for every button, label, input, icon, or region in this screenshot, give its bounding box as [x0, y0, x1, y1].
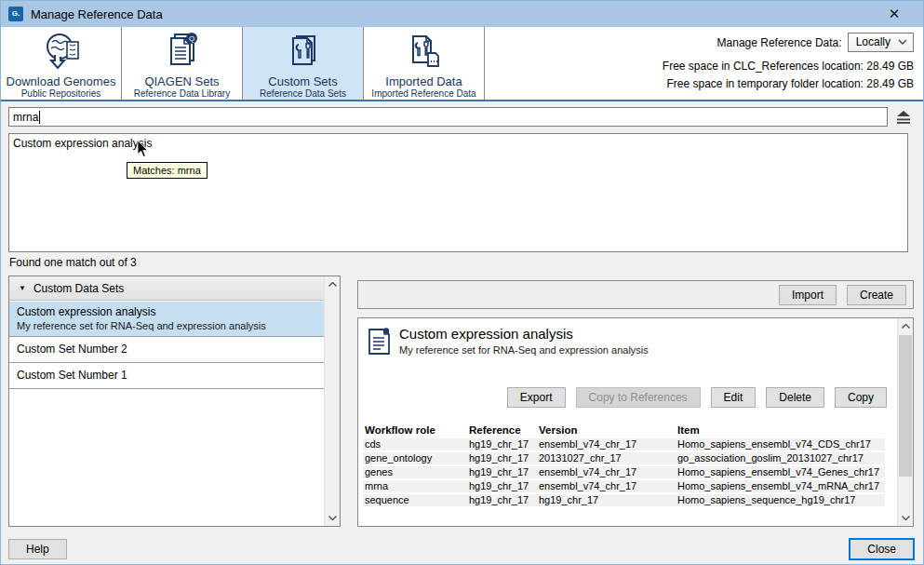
table-cell: Homo_sapiens_sequence_hg19_chr17	[676, 494, 885, 506]
import-button[interactable]: Import	[779, 285, 837, 305]
table-cell: hg19_chr_17	[467, 466, 537, 478]
help-button[interactable]: Help	[8, 539, 67, 559]
table-row[interactable]: sequencehg19_chr_17hg19_chr_17Homo_sapie…	[363, 494, 885, 506]
export-button[interactable]: Export	[507, 387, 566, 408]
custom-data-sets-panel: ▼ Custom Data Sets Custom expression ana…	[8, 276, 341, 527]
table-cell: ensembl_v74_chr_17	[537, 466, 676, 478]
scroll-up-icon[interactable]	[325, 276, 340, 292]
match-tooltip: Matches: mrna	[127, 162, 208, 179]
table-cell: genes	[363, 466, 467, 478]
table-cell: mrna	[363, 480, 467, 492]
scrollbar-thumb[interactable]	[899, 335, 912, 477]
table-header-cell: Item	[676, 424, 885, 437]
table-cell: hg19_chr_17	[467, 480, 537, 492]
search-match-item[interactable]: Custom expression analysis	[13, 137, 152, 150]
tab-sublabel: Imported Reference Data	[371, 88, 475, 100]
table-cell: hg19_chr_17	[467, 452, 537, 464]
delete-button[interactable]: Delete	[766, 387, 824, 408]
data-set-document-icon	[368, 327, 392, 356]
free-space-references: Free space in CLC_References location: 2…	[663, 58, 914, 75]
list-item-custom-expression-analysis[interactable]: Custom expression analysis My reference …	[9, 302, 324, 337]
custom-data-sets-header-label: Custom Data Sets	[33, 282, 124, 295]
tab-download-genomes[interactable]: Download Genomes Public Repositories	[1, 27, 122, 100]
left-panel-scrollbar[interactable]	[324, 276, 340, 526]
download-genomes-icon	[39, 30, 84, 74]
search-input[interactable]: mrna	[8, 107, 888, 127]
table-cell: Homo_sapiens_ensembl_v74_CDS_chr17	[676, 438, 885, 451]
toolbar-info: Manage Reference Data: Locally Free spac…	[663, 33, 914, 93]
table-header-cell: Version	[537, 424, 676, 437]
data-set-detail-card: Custom expression analysis My reference …	[357, 317, 914, 527]
detail-toolbar: Import Create	[357, 280, 914, 309]
tab-sublabel: Reference Data Sets	[260, 88, 346, 100]
table-cell: 20131027_chr_17	[537, 452, 676, 464]
window-title: Manage Reference Data	[31, 7, 163, 21]
create-button[interactable]: Create	[847, 285, 906, 305]
table-cell: ensembl_v74_chr_17	[537, 438, 676, 451]
text-caret	[39, 111, 40, 124]
table-cell: Homo_sapiens_ensembl_v74_mRNA_chr17	[676, 480, 885, 492]
copy-button[interactable]: Copy	[835, 387, 887, 408]
app-icon: G.	[8, 7, 23, 21]
chevron-down-icon	[898, 39, 907, 45]
table-header-cell: Reference	[467, 424, 537, 437]
tab-label: Custom Sets	[268, 75, 337, 88]
table-cell: Homo_sapiens_ensembl_v74_Genes_chr17	[676, 466, 885, 478]
tab-imported-data[interactable]: Imported Data Imported Reference Data	[364, 27, 485, 100]
search-summary: Found one match out of 3	[9, 256, 137, 269]
collapse-triangle-icon: ▼	[19, 284, 26, 292]
table-row[interactable]: geneshg19_chr_17ensembl_v74_chr_17Homo_s…	[363, 466, 885, 478]
location-dropdown[interactable]: Locally	[848, 33, 914, 52]
collapse-results-button[interactable]	[892, 109, 915, 126]
qiagen-sets-icon: Q	[160, 30, 205, 74]
tab-sublabel: Public Repositories	[21, 88, 101, 100]
tab-label: Download Genomes	[7, 75, 116, 88]
list-item-title: Custom expression analysis	[17, 305, 316, 319]
table-header-cell: Workflow role	[363, 424, 467, 437]
table-cell: hg19_chr_17	[467, 438, 537, 451]
list-item-custom-set-1[interactable]: Custom Set Number 1	[9, 363, 324, 389]
eject-icon	[895, 111, 912, 124]
list-item-title: Custom Set Number 2	[17, 343, 316, 356]
table-cell: gene_ontology	[363, 452, 467, 464]
tab-sublabel: Reference Data Library	[134, 88, 230, 100]
close-button[interactable]: Close	[849, 538, 915, 560]
title-bar[interactable]: G. Manage Reference Data ✕	[1, 1, 923, 27]
location-dropdown-value: Locally	[856, 35, 891, 48]
detail-scrollbar[interactable]	[897, 318, 913, 526]
mouse-cursor-icon	[137, 141, 149, 158]
scroll-down-icon[interactable]	[325, 510, 340, 526]
list-item-title: Custom Set Number 1	[17, 369, 316, 383]
copy-to-references-button[interactable]: Copy to References	[576, 387, 701, 408]
tab-custom-sets[interactable]: Custom Sets Reference Data Sets	[243, 27, 364, 100]
imported-data-icon	[402, 30, 447, 74]
toolbar: Download Genomes Public Repositories Q	[1, 27, 923, 100]
list-item-subtitle: My reference set for RNA-Seq and express…	[17, 319, 316, 332]
scroll-up-icon[interactable]	[898, 318, 913, 334]
custom-sets-icon	[281, 30, 326, 74]
tab-label: Imported Data	[385, 75, 462, 88]
custom-data-sets-header[interactable]: ▼ Custom Data Sets	[9, 276, 324, 301]
table-cell: sequence	[363, 494, 467, 506]
tab-qiagen-sets[interactable]: Q QIAGEN Sets Reference Data Library	[122, 27, 243, 100]
svg-text:Q: Q	[188, 34, 194, 43]
scroll-down-icon[interactable]	[898, 510, 913, 526]
table-row[interactable]: gene_ontologyhg19_chr_1720131027_chr_17g…	[363, 452, 885, 464]
table-row[interactable]: mrnahg19_chr_17ensembl_v74_chr_17Homo_sa…	[363, 480, 885, 492]
search-results-panel[interactable]: Custom expression analysis Matches: mrna	[8, 133, 908, 252]
free-space-temp: Free space in temporary folder location:…	[663, 75, 914, 93]
detail-title: Custom expression analysis	[399, 326, 573, 342]
table-cell: ensembl_v74_chr_17	[537, 480, 676, 492]
list-item-custom-set-2[interactable]: Custom Set Number 2	[9, 337, 324, 363]
data-set-list: Custom expression analysis My reference …	[9, 302, 324, 389]
table-row[interactable]: cdshg19_chr_17ensembl_v74_chr_17Homo_sap…	[363, 438, 885, 451]
detail-buttons: Export Copy to References Edit Delete Co…	[497, 387, 887, 408]
reference-table: Workflow roleReferenceVersionItem cdshg1…	[363, 423, 885, 508]
tab-label: QIAGEN Sets	[144, 75, 219, 88]
search-value: mrna	[13, 111, 38, 124]
table-cell: cds	[363, 438, 467, 451]
manage-reference-data-dialog: G. Manage Reference Data ✕ Download Geno…	[0, 0, 924, 565]
edit-button[interactable]: Edit	[711, 387, 757, 408]
window-close-icon[interactable]: ✕	[878, 1, 910, 27]
table-cell: hg19_chr_17	[467, 494, 537, 506]
